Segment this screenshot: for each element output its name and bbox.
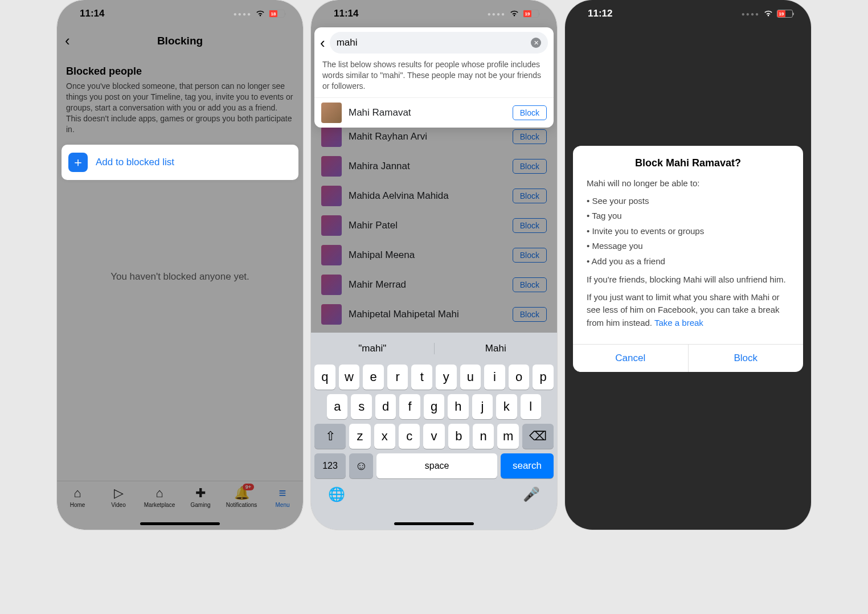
key-o[interactable]: o: [509, 365, 530, 390]
tab-home[interactable]: ⌂Home: [60, 486, 95, 508]
block-button[interactable]: Block: [513, 307, 547, 322]
plus-icon: ＋: [68, 153, 88, 172]
key-z[interactable]: z: [349, 424, 370, 449]
key-i[interactable]: i: [484, 365, 505, 390]
dialog-bullets: See your postsTag youInvite you to event…: [587, 195, 789, 268]
dialog-para-unfriend: If you're friends, blocking Mahi will al…: [587, 273, 789, 286]
key-y[interactable]: y: [436, 365, 457, 390]
key-n[interactable]: n: [473, 424, 494, 449]
status-bar: 11:12 ●●●● 19: [565, 0, 811, 27]
keyboard-suggestion[interactable]: Mahi: [434, 343, 558, 354]
shift-key[interactable]: ⇧: [314, 424, 346, 449]
key-r[interactable]: r: [387, 365, 408, 390]
empty-state: You haven't blocked anyone yet.: [57, 271, 303, 283]
search-result[interactable]: Mahida Aelvina MahidaBlock: [314, 181, 554, 211]
space-key[interactable]: space: [376, 453, 497, 478]
key-g[interactable]: g: [424, 394, 444, 419]
add-to-blocked-button[interactable]: ＋ Add to blocked list: [62, 145, 298, 180]
mic-icon[interactable]: 🎤: [523, 486, 540, 502]
backspace-key[interactable]: ⌫: [522, 424, 554, 449]
keyboard-suggestion[interactable]: "mahi": [311, 343, 434, 354]
video-icon: ▷: [114, 486, 124, 501]
block-button[interactable]: Block: [513, 248, 547, 263]
page-title: Blocking: [57, 35, 303, 47]
block-button[interactable]: Block: [688, 345, 804, 372]
key-m[interactable]: m: [497, 424, 518, 449]
search-result[interactable]: Mahir MerradBlock: [314, 270, 554, 300]
key-e[interactable]: e: [363, 365, 384, 390]
search-result-featured[interactable]: Mahi Ramavat Block: [314, 97, 554, 128]
key-q[interactable]: q: [314, 365, 335, 390]
avatar: [321, 186, 342, 206]
clock: 11:14: [334, 8, 358, 19]
numbers-key[interactable]: 123: [314, 453, 346, 478]
page-header: ‹ Blocking: [57, 27, 303, 59]
cell-dots-icon: ●●●●: [488, 11, 506, 17]
tab-menu[interactable]: ≡Menu: [265, 486, 300, 508]
key-p[interactable]: p: [533, 365, 554, 390]
key-x[interactable]: x: [374, 424, 395, 449]
bullet-item: Add you as a friend: [587, 255, 789, 268]
key-w[interactable]: w: [339, 365, 360, 390]
suggestion-bar: "mahi"Mahi: [311, 337, 557, 360]
block-button[interactable]: Block: [513, 189, 547, 203]
key-s[interactable]: s: [351, 394, 371, 419]
avatar: [321, 103, 342, 123]
battery-icon: 19: [523, 10, 539, 18]
block-button[interactable]: Block: [513, 129, 547, 144]
home-indicator[interactable]: [394, 522, 474, 525]
avatar: [321, 126, 342, 147]
wifi-icon: [763, 10, 773, 18]
avatar: [321, 156, 342, 177]
tab-gaming[interactable]: ✚Gaming: [183, 486, 218, 508]
block-button[interactable]: Block: [513, 218, 547, 233]
block-button[interactable]: Block: [513, 159, 547, 174]
key-j[interactable]: j: [472, 394, 493, 419]
add-label: Add to blocked list: [96, 157, 174, 168]
avatar: [321, 275, 342, 295]
key-u[interactable]: u: [460, 365, 481, 390]
dialog-intro: Mahi will no longer be able to:: [587, 177, 789, 190]
bullet-item: Message you: [587, 240, 789, 253]
block-button[interactable]: Block: [513, 105, 547, 120]
menu-icon: ≡: [279, 486, 286, 501]
key-a[interactable]: a: [327, 394, 347, 419]
search-input-wrapper[interactable]: ✕: [330, 32, 548, 54]
clear-icon[interactable]: ✕: [531, 38, 541, 48]
key-h[interactable]: h: [448, 394, 468, 419]
key-c[interactable]: c: [399, 424, 420, 449]
key-k[interactable]: k: [496, 394, 517, 419]
emoji-key[interactable]: ☺: [349, 453, 373, 478]
cancel-button[interactable]: Cancel: [573, 345, 688, 372]
tab-marketplace[interactable]: ⌂Marketplace: [142, 486, 177, 508]
key-l[interactable]: l: [521, 394, 541, 419]
tab-video[interactable]: ▷Video: [101, 486, 136, 508]
screen-blocking: 11:14 ●●●● 18 ‹ Blocking Blocked people …: [57, 0, 303, 530]
result-name: Mahir Patel: [349, 220, 506, 231]
search-result[interactable]: Mahira JannatBlock: [314, 152, 554, 181]
search-helper-text: The list below shows results for people …: [314, 56, 554, 97]
key-d[interactable]: d: [375, 394, 396, 419]
dialog-para-limit: If you just want to limit what you share…: [587, 291, 789, 330]
globe-icon[interactable]: 🌐: [328, 486, 345, 502]
tab-notifications[interactable]: 🔔Notifications9+: [224, 486, 259, 508]
bullet-item: Tag you: [587, 210, 789, 223]
key-t[interactable]: t: [411, 365, 432, 390]
key-v[interactable]: v: [423, 424, 444, 449]
cell-dots-icon: ●●●●: [234, 11, 252, 17]
badge: 9+: [243, 484, 254, 490]
key-f[interactable]: f: [399, 394, 420, 419]
home-indicator[interactable]: [140, 522, 220, 525]
search-input[interactable]: [337, 37, 500, 48]
key-b[interactable]: b: [448, 424, 469, 449]
clock: 11:14: [80, 8, 104, 19]
cell-dots-icon: ●●●●: [742, 11, 760, 17]
search-result[interactable]: Mahir PatelBlock: [314, 211, 554, 240]
back-icon[interactable]: ‹: [320, 34, 325, 52]
search-result[interactable]: Mahipetal Mahipetal MahiBlock: [314, 300, 554, 329]
keyboard[interactable]: "mahi"Mahi qwertyuiop asdfghjkl ⇧ zxcvbn…: [311, 333, 557, 530]
take-a-break-link[interactable]: Take a break: [654, 318, 703, 328]
search-result[interactable]: Mahipal MeenaBlock: [314, 240, 554, 270]
block-button[interactable]: Block: [513, 277, 547, 292]
search-key[interactable]: search: [501, 453, 554, 478]
